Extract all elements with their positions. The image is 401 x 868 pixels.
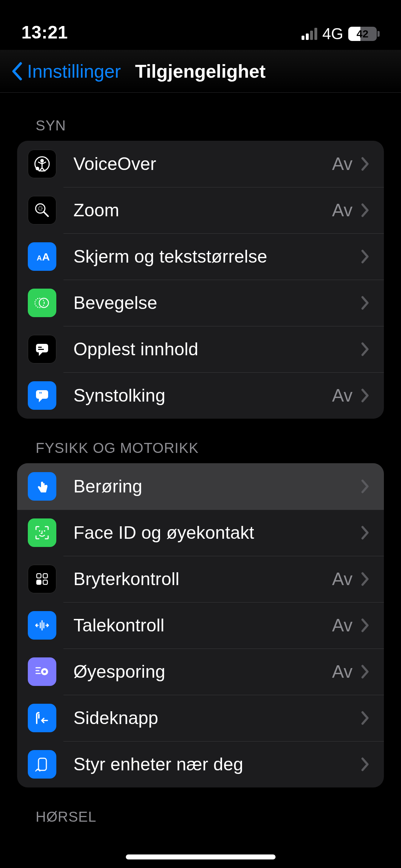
chevron-right-icon — [361, 388, 370, 403]
chevron-right-icon — [361, 618, 370, 632]
status-time: 13:21 — [21, 22, 68, 43]
svg-point-16 — [44, 530, 45, 532]
row-switch-control[interactable]: Bryterkontroll Av — [17, 556, 384, 602]
back-button[interactable]: Innstillinger — [7, 57, 124, 86]
row-label: Berøring — [73, 476, 353, 497]
svg-rect-13 — [36, 390, 48, 399]
face-id-icon — [28, 518, 56, 547]
row-display-text-size[interactable]: AA Skjerm og tekststørrelse — [17, 233, 384, 280]
touch-icon — [28, 472, 56, 501]
section-header-vision: SYN — [0, 93, 401, 141]
row-label: Bryterkontroll — [73, 569, 332, 589]
status-bar: 13:21 4G 42 — [0, 0, 401, 50]
row-label: Talekontroll — [73, 615, 332, 636]
svg-rect-10 — [36, 344, 48, 352]
row-spoken-content[interactable]: Opplest innhold — [17, 326, 384, 372]
row-face-id[interactable]: Face ID og øyekontakt — [17, 510, 384, 556]
nav-header: Innstillinger Tilgjengelighet — [0, 50, 401, 93]
eye-tracking-icon — [28, 657, 56, 686]
status-right: 4G 42 — [302, 25, 380, 43]
svg-rect-19 — [37, 580, 41, 584]
content[interactable]: SYN VoiceOver Av Zoom Av AA — [0, 93, 401, 846]
chevron-left-icon — [11, 61, 24, 81]
section-header-hearing: HØRSEL — [0, 787, 401, 832]
nearby-devices-icon — [28, 750, 56, 779]
battery-indicator: 42 — [348, 27, 380, 41]
row-label: Skjerm og tekststørrelse — [73, 246, 353, 267]
svg-point-1 — [40, 159, 44, 162]
chevron-right-icon — [361, 249, 370, 264]
row-motion[interactable]: Bevegelse — [17, 280, 384, 326]
svg-rect-20 — [43, 580, 47, 584]
row-label: Bevegelse — [73, 293, 353, 313]
row-label: Synstolking — [73, 385, 332, 406]
chevron-right-icon — [361, 157, 370, 171]
chevron-right-icon — [361, 479, 370, 494]
chevron-right-icon — [361, 757, 370, 771]
voiceover-icon — [28, 150, 56, 178]
chevron-right-icon — [361, 342, 370, 356]
row-label: Øyesporing — [73, 661, 332, 682]
svg-rect-12 — [38, 349, 44, 350]
svg-point-15 — [39, 530, 40, 532]
network-type: 4G — [322, 25, 343, 43]
row-side-button[interactable]: Sideknapp — [17, 695, 384, 741]
group-physical: Berøring Face ID og øyekontakt — [17, 463, 384, 787]
back-label: Innstillinger — [27, 61, 121, 82]
svg-text:”: ” — [39, 391, 42, 398]
row-eye-tracking[interactable]: Øyesporing Av — [17, 649, 384, 695]
row-voiceover[interactable]: VoiceOver Av — [17, 141, 384, 187]
row-touch[interactable]: Berøring — [17, 463, 384, 510]
row-zoom[interactable]: Zoom Av — [17, 187, 384, 233]
row-audio-descriptions[interactable]: ” Synstolking Av — [17, 372, 384, 419]
chevron-right-icon — [361, 526, 370, 540]
row-label: Opplest innhold — [73, 339, 353, 360]
row-value: Av — [332, 569, 353, 589]
row-value: Av — [332, 385, 353, 406]
chevron-right-icon — [361, 203, 370, 217]
svg-rect-17 — [37, 574, 41, 578]
speech-bubble-icon — [28, 335, 56, 363]
row-label: VoiceOver — [73, 154, 332, 174]
row-value: Av — [332, 615, 353, 636]
chevron-right-icon — [361, 711, 370, 725]
svg-rect-30 — [38, 758, 46, 770]
svg-rect-29 — [38, 714, 40, 719]
home-indicator[interactable] — [126, 854, 276, 859]
section-header-physical: FYSIKK OG MOTORIKK — [0, 419, 401, 463]
group-vision: VoiceOver Av Zoom Av AA Skjerm og teksts… — [17, 141, 384, 419]
motion-icon — [28, 289, 56, 317]
voice-control-icon — [28, 611, 56, 640]
chevron-right-icon — [361, 572, 370, 586]
row-label: Sideknapp — [73, 708, 353, 728]
row-label: Styr enheter nær deg — [73, 754, 353, 775]
page-title: Tilgjengelighet — [135, 61, 266, 82]
svg-point-28 — [43, 670, 46, 673]
zoom-icon — [28, 196, 56, 224]
row-voice-control[interactable]: Talekontroll Av — [17, 602, 384, 649]
svg-text:A: A — [37, 254, 42, 262]
row-label: Zoom — [73, 200, 332, 221]
battery-percent: 42 — [356, 28, 368, 40]
side-button-icon — [28, 704, 56, 732]
svg-text:A: A — [42, 251, 50, 263]
chevron-right-icon — [361, 665, 370, 679]
svg-point-2 — [36, 167, 39, 170]
svg-rect-11 — [38, 347, 42, 348]
svg-line-5 — [44, 212, 48, 216]
screen: 13:21 4G 42 Innstillinger Tilgjengelighe… — [0, 0, 401, 868]
text-size-icon: AA — [28, 242, 56, 271]
switch-control-icon — [28, 565, 56, 593]
row-label: Face ID og øyekontakt — [73, 522, 353, 543]
row-value: Av — [332, 154, 353, 174]
svg-rect-18 — [43, 574, 47, 578]
chevron-right-icon — [361, 296, 370, 310]
row-value: Av — [332, 661, 353, 682]
row-control-nearby-devices[interactable]: Styr enheter nær deg — [17, 741, 384, 787]
svg-point-4 — [38, 207, 42, 210]
cellular-signal-icon — [302, 28, 317, 40]
row-value: Av — [332, 200, 353, 221]
quote-bubble-icon: ” — [28, 381, 56, 410]
